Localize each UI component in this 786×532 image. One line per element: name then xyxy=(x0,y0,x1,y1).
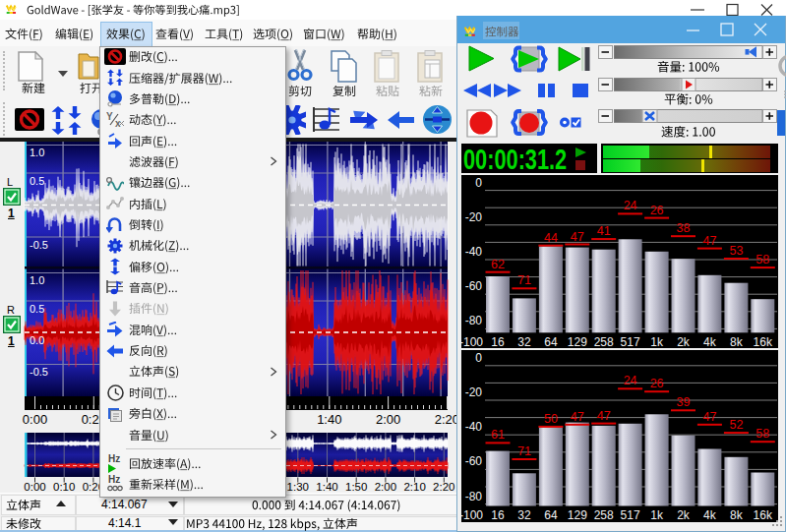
svg-text:16: 16 xyxy=(491,508,505,522)
svg-text:71: 71 xyxy=(517,444,531,458)
svg-text:0: 0 xyxy=(475,351,482,365)
svg-text:517: 517 xyxy=(621,508,640,522)
svg-text:52: 52 xyxy=(729,418,743,432)
svg-text:-40: -40 xyxy=(465,420,483,434)
svg-text:x: x xyxy=(115,118,121,129)
svg-text:Y: Y xyxy=(106,111,113,122)
svg-text:61: 61 xyxy=(491,428,505,442)
svg-text:2k: 2k xyxy=(677,508,691,522)
svg-text:16k: 16k xyxy=(754,508,773,522)
svg-text:50: 50 xyxy=(544,412,558,426)
svg-text:-80: -80 xyxy=(465,490,483,503)
svg-text:26: 26 xyxy=(650,377,664,390)
svg-text:-60: -60 xyxy=(465,454,483,468)
svg-text:1k: 1k xyxy=(650,508,664,522)
svg-text:58: 58 xyxy=(756,427,769,441)
svg-text:24: 24 xyxy=(624,374,637,387)
svg-text:64: 64 xyxy=(544,508,558,522)
svg-text:258: 258 xyxy=(594,508,614,522)
svg-text:47: 47 xyxy=(571,410,584,424)
svg-text:-100: -100 xyxy=(461,508,483,522)
svg-text:8k: 8k xyxy=(730,508,744,522)
svg-text:-20: -20 xyxy=(465,385,483,399)
svg-text:129: 129 xyxy=(568,508,587,522)
svg-text:47: 47 xyxy=(702,410,716,424)
svg-text:47: 47 xyxy=(597,409,611,423)
svg-text:32: 32 xyxy=(517,508,531,522)
svg-text:4k: 4k xyxy=(703,508,717,522)
svg-text:39: 39 xyxy=(677,395,691,409)
